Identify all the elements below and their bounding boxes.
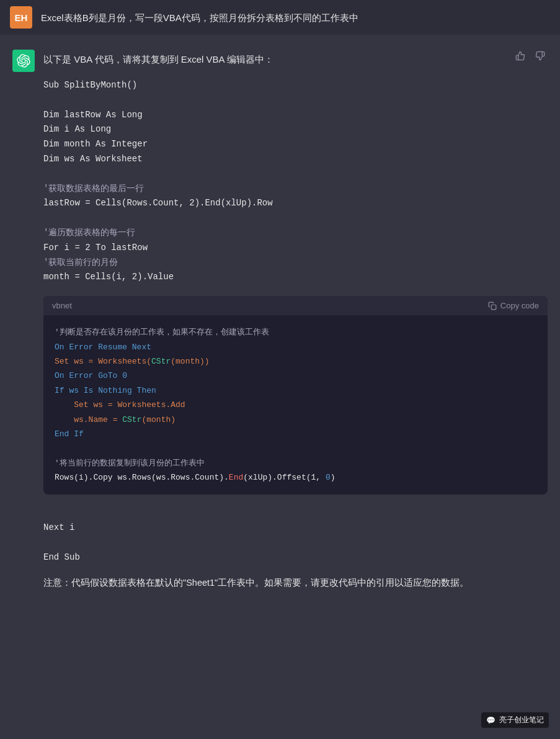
cb-line-8: End If	[55, 427, 536, 441]
copy-label: Copy code	[500, 301, 539, 310]
code-blank-3	[43, 211, 548, 226]
code-block-lang: vbnet	[52, 301, 72, 310]
code-line-month: Dim month As Integer	[43, 137, 548, 152]
code-line-lastrow: Dim lastRow As Long	[43, 108, 548, 123]
code-blank-2	[43, 167, 548, 182]
code-line-endsub: End Sub	[43, 550, 548, 565]
copy-code-button[interactable]: Copy code	[488, 301, 539, 310]
cb-line-9: '将当前行的数据复制到该月份的工作表中	[55, 456, 536, 470]
assistant-avatar	[12, 50, 35, 72]
code-line-i: Dim i As Long	[43, 122, 548, 137]
code-line-lastrow-assign: lastRow = Cells(Rows.Count, 2).End(xlUp)…	[43, 196, 548, 211]
like-button[interactable]	[513, 50, 528, 62]
action-buttons	[513, 50, 548, 62]
code-section-after: Next i End Sub	[43, 506, 548, 565]
code-blank-4	[43, 506, 548, 521]
header-title: Excel表格B列是月份，写一段VBA代码，按照月份拆分表格到不同的工作表中	[41, 11, 358, 24]
cb-line-2: On Error Resume Next	[55, 340, 536, 354]
cb-line-5: If ws Is Nothing Then	[55, 383, 536, 398]
cb-line-blank	[55, 441, 536, 455]
code-blank-1	[43, 93, 548, 108]
code-line-for: For i = 2 To lastRow	[43, 241, 548, 256]
code-block-body: '判断是否存在该月份的工作表，如果不存在，创建该工作表 On Error Res…	[43, 315, 548, 495]
message-body: 以下是 VBA 代码，请将其复制到 Excel VBA 编辑器中： Sub Sp…	[43, 50, 548, 590]
code-line-ws: Dim ws As Worksheet	[43, 152, 548, 167]
cb-line-7: ws.Name = CStr(month)	[55, 413, 536, 427]
note-text: 注意：代码假设数据表格在默认的"Sheet1"工作表中。如果需要，请更改代码中的…	[43, 575, 548, 591]
cb-line-10: Rows(i).Copy ws.Rows(ws.Rows.Count).End(…	[55, 470, 536, 485]
watermark: 💬 亮子创业笔记	[481, 712, 549, 728]
code-line-sub: Sub SplitByMonth()	[43, 78, 548, 93]
intro-text: 以下是 VBA 代码，请将其复制到 Excel VBA 编辑器中：	[43, 52, 548, 67]
code-line-month-assign: month = Cells(i, 2).Value	[43, 270, 548, 285]
watermark-text: 亮子创业笔记	[499, 715, 544, 725]
svg-rect-0	[491, 305, 496, 310]
code-block-header: vbnet Copy code	[43, 296, 548, 315]
code-blank-5	[43, 535, 548, 550]
watermark-icon: 💬	[486, 716, 496, 725]
code-block-wrapper: vbnet Copy code '判断是否存在该月份的工作表，如果不存在，创建该…	[43, 296, 548, 495]
cb-line-3: Set ws = Worksheets(CStr(month))	[55, 354, 536, 369]
cb-line-6: Set ws = Worksheets.Add	[55, 398, 536, 412]
code-comment-3: '获取当前行的月份	[43, 256, 548, 271]
cb-line-1: '判断是否存在该月份的工作表，如果不存在，创建该工作表	[55, 325, 536, 339]
code-section-before: Sub SplitByMonth() Dim lastRow As Long D…	[43, 78, 548, 285]
code-line-next: Next i	[43, 521, 548, 535]
cb-line-4: On Error GoTo 0	[55, 369, 536, 383]
dislike-button[interactable]	[533, 50, 548, 62]
main-content: 以下是 VBA 代码，请将其复制到 Excel VBA 编辑器中： Sub Sp…	[0, 35, 560, 602]
header-bar: EH Excel表格B列是月份，写一段VBA代码，按照月份拆分表格到不同的工作表…	[0, 0, 560, 35]
code-comment-1: '获取数据表格的最后一行	[43, 182, 548, 197]
assistant-message: 以下是 VBA 代码，请将其复制到 Excel VBA 编辑器中： Sub Sp…	[12, 50, 548, 590]
code-comment-2: '遍历数据表格的每一行	[43, 226, 548, 241]
user-avatar: EH	[10, 6, 32, 29]
